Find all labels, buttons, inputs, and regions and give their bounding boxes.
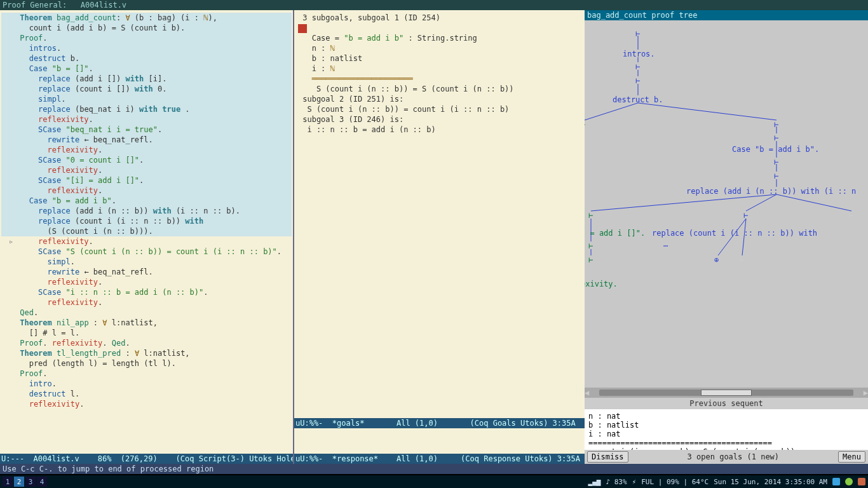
workspace-3[interactable]: 3 [25,477,36,487]
prooftree-canvas[interactable]: ⊢intros.⊢⊢destruct b.⊢⊢⊢Case "b = add i … [585,20,868,388]
goals-line: i : ℕ [298,64,581,74]
tray-icon[interactable] [845,478,853,485]
scroll-thumb[interactable] [701,390,752,396]
code-line[interactable]: SCase "0 = count i []". [1,155,292,165]
prooftree-node[interactable]: ⊢ [635,62,640,71]
code-line[interactable]: ▹ reflexivity. [1,236,292,247]
prooftree-node[interactable]: ⊢ [588,241,593,250]
prooftree-node[interactable]: ⊢ [635,29,640,38]
code-line[interactable]: reflexivity. [1,114,292,125]
svg-line-10 [591,194,776,211]
code-line[interactable]: Theorem nil_app : ∀ l:natlist, [1,318,292,328]
goals-line: Case = "b = add i b" : String.string [298,33,581,43]
code-line[interactable]: rewrite ← beq_nat_refl. [1,267,292,277]
svg-line-5 [638,103,776,120]
modeline-response: uU:%%- *response* All (1,0) (Coq Respons… [294,454,585,464]
tray-icon[interactable] [832,478,840,485]
code-line[interactable]: simpl. [1,257,292,267]
goals-pane[interactable]: 3 subgoals, subgoal 1 (ID 254) Case = "b… [294,10,585,418]
prooftree-node[interactable]: destruct b. [613,95,663,104]
prooftree-node[interactable]: intros. [623,50,655,58]
code-line[interactable]: Qed. [1,308,292,318]
code-line[interactable]: replace (count i (i :: n :: b)) with [1,216,292,226]
modeline-script: U:--- A004list.v 86% (276,29) (Coq Scrip… [0,454,293,464]
code-line[interactable]: reflexivity. [1,297,292,308]
menu-button[interactable]: Menu [838,451,865,463]
taskbar[interactable]: 1234 ▂▄▆ ♪ 83% ⚡ FUL | 09% | 64°C Sun 15… [0,475,868,488]
workspace-1[interactable]: 1 [3,477,13,487]
previous-sequent-body: n : nat b : natlist i : nat ============… [585,409,868,450]
prooftree-node[interactable]: exivity. [585,280,618,288]
scrollbar-h[interactable]: ◀ ▶ [585,388,868,398]
prooftree-node[interactable]: ⊢ [849,211,853,220]
locked-region-marker: ▹ [9,236,13,247]
code-line[interactable]: reflexivity. [1,277,292,287]
code-line[interactable]: SCase "beq_nat i i = true". [1,125,292,135]
file-name: A004list.v [81,1,126,10]
response-pane[interactable] [294,428,585,454]
code-line[interactable]: rewrite ← beq_nat_refl. [1,135,292,145]
prooftree-node[interactable]: replace (add i (n :: b)) with (i :: n [686,187,856,196]
prooftree-node[interactable]: ⊢ [774,133,778,142]
scroll-left-icon[interactable]: ◀ [585,388,589,397]
previous-sequent-header: Previous sequent [585,398,868,409]
prooftree-node[interactable]: ⊕ [714,255,719,264]
prooftree-node[interactable]: Case "b = add i b". [732,145,819,154]
code-line[interactable]: reflexivity. [1,186,292,196]
clock: Sun 15 Jun, 2014 3:35:00 AM [714,478,827,486]
code-line[interactable]: Proof. [1,369,292,379]
code-line[interactable]: Theorem tl_length_pred : ∀ l:natlist, [1,348,292,358]
code-line[interactable]: pred (length l) = length (tl l). [1,358,292,369]
goals-line: b : natlist [298,53,581,64]
code-line[interactable]: count i (add i b) = S (count i b). [1,23,292,33]
code-line[interactable]: Case "b = []". [1,64,292,74]
prooftree-node[interactable]: ⊢ [774,120,778,129]
code-line[interactable]: replace (beq_nat i i) with true . [1,104,292,114]
prooftree-node[interactable]: replace (count i (i :: n :: b)) with [652,229,817,238]
prooftree-node[interactable]: ⊢ [774,172,778,180]
code-line[interactable]: reflexivity. [1,145,292,155]
prooftree-node[interactable]: ⊢ [774,158,778,166]
code-line[interactable]: Case "b = add i b". [1,196,292,206]
code-line[interactable]: SCase "[i] = add i []". [1,175,292,186]
prooftree-node[interactable]: ⊢ [740,255,744,264]
error-marker [298,24,307,33]
code-line[interactable]: intros. [1,43,292,53]
code-line[interactable]: SCase "S (count i (n :: b)) = count i (i… [1,247,292,257]
code-line[interactable]: [] # l = l. [1,328,292,338]
prooftree-node[interactable]: ⊢ [588,255,593,264]
volume-indicator: ♪ 83% [606,478,627,486]
prooftree-node[interactable]: … [663,240,668,248]
code-line[interactable]: intro. [1,379,292,389]
script-pane[interactable]: Theorem bag_add_count: ∀ (b : bag) (i : … [0,10,293,464]
code-line[interactable]: (S (count i (n :: b))). [1,226,292,236]
prooftree-title: bag_add_count proof tree [585,10,868,20]
goals-line: 3 subgoals, subgoal 1 (ID 254) [298,13,581,23]
prooftree-node[interactable]: ⊢ [588,211,593,220]
code-line[interactable]: Proof. [1,33,292,43]
prooftree-node[interactable]: ] = add i []". [585,229,645,238]
svg-line-12 [776,194,851,211]
code-line[interactable]: reflexivity. [1,399,292,409]
code-line[interactable]: reflexivity. [1,165,292,175]
code-line[interactable]: simpl. [1,94,292,104]
code-line[interactable]: Proof. reflexivity. Qed. [1,338,292,348]
prooftree-node[interactable]: ⊢ [635,76,640,85]
tray-icon[interactable] [858,478,865,485]
code-line[interactable]: Theorem bag_add_count: ∀ (b : bag) (i : … [1,13,292,23]
prooftree-node[interactable]: ⊢ [743,211,748,220]
dismiss-button[interactable]: Dismiss [587,451,628,463]
code-line[interactable]: replace (count i []) with 0. [1,84,292,94]
workspace-4[interactable]: 4 [37,477,47,487]
code-line[interactable]: SCase "i :: n :: b = add i (n :: b)". [1,287,292,297]
echo-area: Use C-c C-. to jump to end of processed … [0,464,868,474]
code-line[interactable]: replace (add i []) with [i]. [1,74,292,84]
code-line[interactable]: replace (add i (n :: b)) with (i :: n ::… [1,206,292,216]
prooftree-node[interactable]: ⊢ [585,120,585,129]
workspace-switcher[interactable]: 1234 [3,477,47,487]
workspace-2[interactable]: 2 [14,477,24,487]
scroll-right-icon[interactable]: ▶ [864,388,868,397]
code-line[interactable]: destruct b. [1,53,292,64]
code-line[interactable]: destruct l. [1,389,292,399]
modeline-goals: uU:%%- *goals* All (1,0) (Coq Goals Utok… [294,418,585,428]
